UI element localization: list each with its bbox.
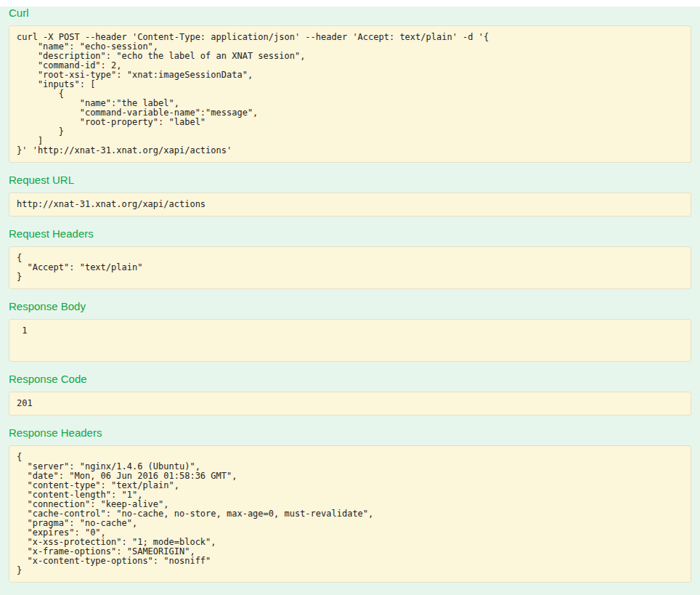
api-operation-response-panel: Curl curl -X POST --header 'Content-Type… bbox=[0, 7, 700, 595]
curl-heading: Curl bbox=[9, 7, 691, 19]
request-url-heading: Request URL bbox=[9, 174, 691, 186]
response-code-section: Response Code 201 bbox=[9, 373, 691, 416]
request-headers-heading: Request Headers bbox=[9, 227, 691, 240]
request-headers-section: Request Headers { "Accept": "text/plain"… bbox=[9, 227, 691, 289]
request-url-section: Request URL http://xnat-31.xnat.org/xapi… bbox=[9, 174, 691, 216]
response-code-code: 201 bbox=[9, 392, 691, 416]
curl-section: Curl curl -X POST --header 'Content-Type… bbox=[9, 7, 691, 163]
response-headers-section: Response Headers { "server": "nginx/1.4.… bbox=[9, 426, 691, 583]
request-url-code: http://xnat-31.xnat.org/xapi/actions bbox=[9, 193, 691, 216]
response-code-heading: Response Code bbox=[9, 373, 691, 385]
response-body-section: Response Body 1 bbox=[9, 300, 691, 362]
response-headers-code: { "server": "nginx/1.4.6 (Ubuntu)", "dat… bbox=[9, 445, 691, 583]
response-body-heading: Response Body bbox=[9, 300, 691, 312]
request-headers-code: { "Accept": "text/plain" } bbox=[9, 246, 691, 289]
curl-command-code: curl -X POST --header 'Content-Type: app… bbox=[9, 25, 691, 163]
response-body-code: 1 bbox=[9, 319, 691, 362]
response-headers-heading: Response Headers bbox=[9, 426, 691, 439]
